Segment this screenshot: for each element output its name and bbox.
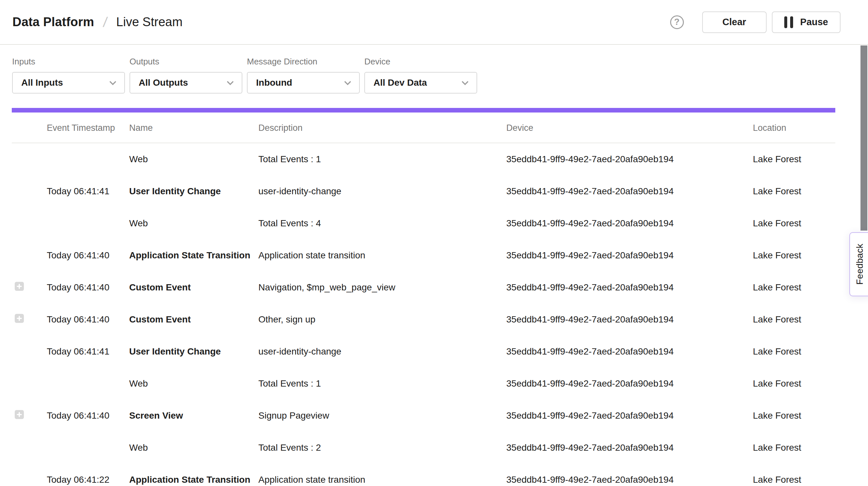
table-row[interactable]: Today 06:41:40 Screen View Signup Pagevi… xyxy=(0,400,868,432)
event-device-cell: 35eddb41-9ff9-49e2-7aed-20afa90eb194 xyxy=(506,475,674,485)
expand-row-button[interactable] xyxy=(15,410,24,419)
event-device-cell: 35eddb41-9ff9-49e2-7aed-20afa90eb194 xyxy=(506,314,674,325)
filter-device-label: Device xyxy=(364,57,477,67)
event-location-cell: Lake Forest xyxy=(753,378,801,389)
chevron-down-icon xyxy=(343,78,352,88)
event-device-cell: 35eddb41-9ff9-49e2-7aed-20afa90eb194 xyxy=(506,411,674,421)
column-header-device: Device xyxy=(506,123,533,133)
event-description-cell: Total Events : 1 xyxy=(258,378,321,389)
event-timestamp-cell: Today 06:41:41 xyxy=(47,186,110,196)
event-timestamp-cell: Today 06:41:40 xyxy=(47,314,110,325)
event-location-cell: Lake Forest xyxy=(753,475,801,485)
event-description-cell: Application state transition xyxy=(258,250,365,261)
message-direction-select[interactable]: Inbound xyxy=(247,72,360,94)
event-device-cell: 35eddb41-9ff9-49e2-7aed-20afa90eb194 xyxy=(506,218,674,229)
event-location-cell: Lake Forest xyxy=(753,282,801,293)
table-row[interactable]: Today 06:41:40 Application State Transit… xyxy=(0,239,868,271)
pause-button-label: Pause xyxy=(800,17,828,28)
event-description-cell: user-identity-change xyxy=(258,346,341,357)
column-header-description: Description xyxy=(258,123,303,133)
expand-row-button[interactable] xyxy=(15,314,24,323)
page-title: Live Stream xyxy=(116,15,183,29)
table-row[interactable]: Web Total Events : 2 35eddb41-9ff9-49e2-… xyxy=(0,432,868,464)
filter-message-direction: Message Direction Inbound xyxy=(247,57,360,109)
table-body: Web Total Events : 1 35eddb41-9ff9-49e2-… xyxy=(0,143,868,486)
clear-button[interactable]: Clear xyxy=(702,11,767,33)
table-row[interactable]: Web Total Events : 1 35eddb41-9ff9-49e2-… xyxy=(0,143,868,175)
breadcrumb-section[interactable]: Data Platform xyxy=(12,15,94,29)
event-location-cell: Lake Forest xyxy=(753,314,801,325)
plus-icon xyxy=(15,282,24,291)
outputs-select-value: All Outputs xyxy=(139,78,188,88)
help-icon[interactable]: ? xyxy=(670,16,684,29)
message-direction-select-value: Inbound xyxy=(256,78,292,88)
filter-device: Device All Dev Data xyxy=(364,57,477,109)
event-description-cell: Signup Pageview xyxy=(258,411,329,421)
page-header: Data Platform / Live Stream ? Clear Paus… xyxy=(0,0,868,45)
event-description-cell: user-identity-change xyxy=(258,186,341,196)
table-row[interactable]: Today 06:41:40 Custom Event Other, sign … xyxy=(0,304,868,336)
event-name-cell: Custom Event xyxy=(129,314,191,325)
filter-outputs: Outputs All Outputs xyxy=(129,57,242,109)
event-description-cell: Total Events : 4 xyxy=(258,218,321,229)
event-timestamp-cell: Today 06:41:40 xyxy=(47,250,110,261)
device-select[interactable]: All Dev Data xyxy=(364,72,477,94)
breadcrumb-separator-icon: / xyxy=(102,14,108,30)
table-row[interactable]: Web Total Events : 4 35eddb41-9ff9-49e2-… xyxy=(0,207,868,239)
plus-icon xyxy=(15,314,24,323)
event-location-cell: Lake Forest xyxy=(753,443,801,453)
event-device-cell: 35eddb41-9ff9-49e2-7aed-20afa90eb194 xyxy=(506,346,674,357)
chevron-down-icon xyxy=(225,78,235,88)
event-name-cell: User Identity Change xyxy=(129,186,221,196)
event-device-cell: 35eddb41-9ff9-49e2-7aed-20afa90eb194 xyxy=(506,378,674,389)
event-location-cell: Lake Forest xyxy=(753,154,801,164)
event-description-cell: Application state transition xyxy=(258,475,365,485)
event-name-cell: Application State Transition xyxy=(129,475,250,485)
event-name-cell: Web xyxy=(129,378,148,389)
event-device-cell: 35eddb41-9ff9-49e2-7aed-20afa90eb194 xyxy=(506,186,674,196)
filter-outputs-label: Outputs xyxy=(129,57,242,67)
filter-inputs-label: Inputs xyxy=(12,57,125,67)
event-name-cell: Web xyxy=(129,443,148,453)
event-name-cell: Screen View xyxy=(129,411,183,421)
chevron-down-icon xyxy=(460,78,470,88)
event-description-cell: Other, sign up xyxy=(258,314,315,325)
table-row[interactable]: Today 06:41:22 Application State Transit… xyxy=(0,464,868,486)
device-select-value: All Dev Data xyxy=(373,78,427,88)
feedback-tab[interactable]: Feedback xyxy=(849,232,868,296)
accent-bar xyxy=(12,108,835,113)
breadcrumb: Data Platform / Live Stream xyxy=(12,14,183,30)
event-device-cell: 35eddb41-9ff9-49e2-7aed-20afa90eb194 xyxy=(506,282,674,293)
event-description-cell: Total Events : 2 xyxy=(258,443,321,453)
event-description-cell: Navigation, $mp_web_page_view xyxy=(258,282,395,293)
filter-message-direction-label: Message Direction xyxy=(247,57,360,67)
table-row[interactable]: Today 06:41:41 User Identity Change user… xyxy=(0,336,868,368)
header-actions: ? Clear Pause xyxy=(670,11,840,33)
expand-row-button[interactable] xyxy=(15,282,24,291)
pause-button[interactable]: Pause xyxy=(772,11,840,33)
event-name-cell: Custom Event xyxy=(129,282,191,293)
events-table: Event Timestamp Name Description Device … xyxy=(0,113,868,486)
event-name-cell: Application State Transition xyxy=(129,250,250,261)
pause-icon xyxy=(784,17,793,28)
event-device-cell: 35eddb41-9ff9-49e2-7aed-20afa90eb194 xyxy=(506,443,674,453)
feedback-tab-label: Feedback xyxy=(855,244,865,284)
event-timestamp-cell: Today 06:41:40 xyxy=(47,282,110,293)
event-location-cell: Lake Forest xyxy=(753,346,801,357)
table-row[interactable]: Today 06:41:41 User Identity Change user… xyxy=(0,175,868,207)
event-description-cell: Total Events : 1 xyxy=(258,154,321,164)
event-name-cell: Web xyxy=(129,154,148,164)
event-timestamp-cell: Today 06:41:40 xyxy=(47,411,110,421)
event-device-cell: 35eddb41-9ff9-49e2-7aed-20afa90eb194 xyxy=(506,250,674,261)
event-location-cell: Lake Forest xyxy=(753,411,801,421)
event-timestamp-cell: Today 06:41:22 xyxy=(47,475,110,485)
table-row[interactable]: Today 06:41:40 Custom Event Navigation, … xyxy=(0,271,868,304)
table-row[interactable]: Web Total Events : 1 35eddb41-9ff9-49e2-… xyxy=(0,368,868,400)
outputs-select[interactable]: All Outputs xyxy=(129,72,242,94)
column-header-name: Name xyxy=(129,123,153,133)
column-header-location: Location xyxy=(753,123,786,133)
event-location-cell: Lake Forest xyxy=(753,186,801,196)
event-timestamp-cell: Today 06:41:41 xyxy=(47,346,110,357)
inputs-select[interactable]: All Inputs xyxy=(12,72,125,94)
vertical-scrollbar[interactable] xyxy=(861,45,867,231)
